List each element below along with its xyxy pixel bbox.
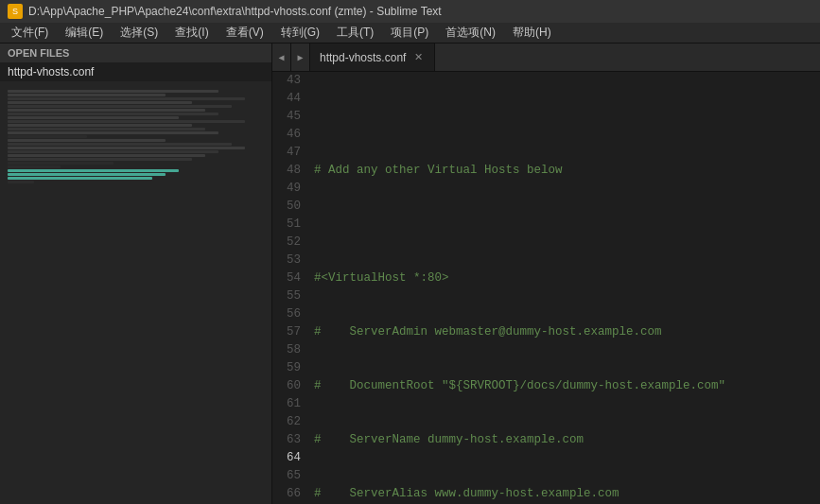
menu-item-查找I[interactable]: 查找(I) xyxy=(167,23,216,43)
sidebar-minimap xyxy=(0,81,271,504)
code-line-49: # ServerName dummy-host.example.com xyxy=(314,431,816,449)
editor-area: ◀ ▶ httpd-vhosts.conf ✕ 43 44 45 46 47 4… xyxy=(272,43,820,504)
tab-nav-right[interactable]: ▶ xyxy=(291,43,310,71)
code-line-46: #<VirtualHost *:80> xyxy=(314,269,816,287)
menu-bar: 文件(F)编辑(E)选择(S)查找(I)查看(V)转到(G)工具(T)项目(P)… xyxy=(0,23,820,43)
sidebar-file-item[interactable]: httpd-vhosts.conf xyxy=(0,62,271,81)
menu-item-帮助H[interactable]: 帮助(H) xyxy=(505,23,559,43)
code-editor[interactable]: 43 44 45 46 47 48 49 50 51 52 53 54 55 5… xyxy=(272,72,820,504)
code-line-45 xyxy=(314,216,816,234)
tab-label: httpd-vhosts.conf xyxy=(320,51,406,64)
tab-nav-left[interactable]: ◀ xyxy=(272,43,291,71)
code-line-50: # ServerAlias www.dummy-host.example.com xyxy=(314,485,816,503)
app-icon: S xyxy=(8,4,23,19)
menu-item-项目P[interactable]: 项目(P) xyxy=(383,23,436,43)
code-line-48: # DocumentRoot "${SRVROOT}/docs/dummy-ho… xyxy=(314,377,816,395)
open-files-header: OPEN FILES xyxy=(0,43,271,62)
tab-httpd-vhosts[interactable]: httpd-vhosts.conf ✕ xyxy=(310,43,435,71)
main-area: OPEN FILES httpd-vhosts.conf xyxy=(0,43,820,504)
code-content[interactable]: # Add any other Virtual Hosts below #<Vi… xyxy=(310,72,820,504)
sidebar: OPEN FILES httpd-vhosts.conf xyxy=(0,43,272,504)
menu-item-编辑E[interactable]: 编辑(E) xyxy=(58,23,111,43)
menu-item-查看V[interactable]: 查看(V) xyxy=(218,23,271,43)
menu-item-转到G[interactable]: 转到(G) xyxy=(273,23,327,43)
code-line-44: # Add any other Virtual Hosts below xyxy=(314,162,816,180)
line-numbers: 43 44 45 46 47 48 49 50 51 52 53 54 55 5… xyxy=(272,72,310,504)
title-bar: S D:\App\Apache_PHP\Apache24\conf\extra\… xyxy=(0,0,820,23)
code-line-47: # ServerAdmin webmaster@dummy-host.examp… xyxy=(314,323,816,341)
menu-item-选择S[interactable]: 选择(S) xyxy=(113,23,166,43)
menu-item-文件F[interactable]: 文件(F) xyxy=(4,23,56,43)
tab-close-button[interactable]: ✕ xyxy=(411,51,425,64)
code-line-43 xyxy=(314,108,816,126)
menu-item-工具T[interactable]: 工具(T) xyxy=(329,23,381,43)
title-text: D:\App\Apache_PHP\Apache24\conf\extra\ht… xyxy=(28,5,442,18)
tab-bar: ◀ ▶ httpd-vhosts.conf ✕ xyxy=(272,43,820,72)
menu-item-首选项N[interactable]: 首选项(N) xyxy=(438,23,503,43)
